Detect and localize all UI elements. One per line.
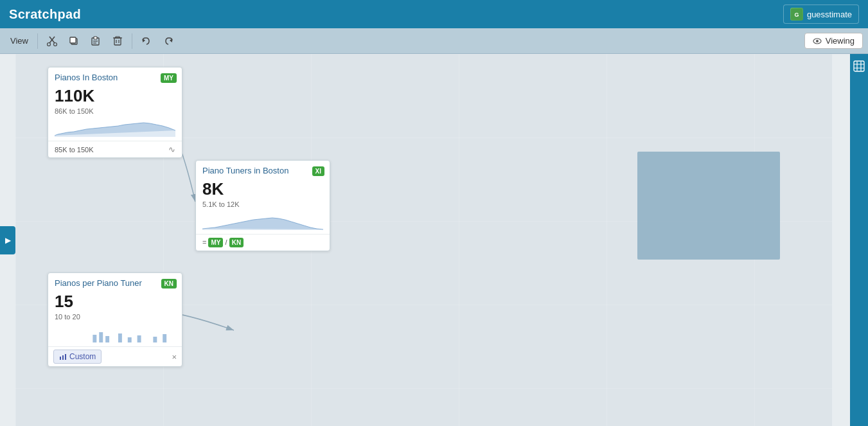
card-footer-custom[interactable]: Custom × bbox=[48, 346, 182, 366]
svg-rect-23 bbox=[99, 332, 103, 342]
formula-badge-my: MY bbox=[208, 238, 223, 247]
svg-point-4 bbox=[47, 42, 50, 46]
card-title: Piano Tuners in Boston bbox=[202, 166, 308, 177]
delete-icon bbox=[113, 36, 122, 46]
svg-marker-18 bbox=[170, 39, 172, 42]
card-pianos-per-tuner[interactable]: Pianos per Piano Tuner KN 15 10 to 20 bbox=[48, 272, 182, 367]
mini-chart bbox=[202, 211, 323, 230]
header: Scratchpad G guesstimate bbox=[0, 0, 868, 28]
svg-rect-28 bbox=[153, 337, 157, 342]
card-title: Pianos In Boston bbox=[55, 73, 157, 84]
card-value: 110K bbox=[48, 86, 182, 107]
bar-chart-icon bbox=[59, 353, 67, 360]
viewing-button[interactable]: Viewing bbox=[804, 33, 863, 49]
card-footer: 85K to 150K ∿ bbox=[48, 141, 182, 157]
copy-button[interactable] bbox=[64, 32, 84, 50]
user-avatar: G bbox=[790, 8, 803, 21]
card-piano-tuners[interactable]: Piano Tuners in Boston XI 8K 5.1K to 12K… bbox=[195, 160, 330, 251]
svg-marker-17 bbox=[143, 39, 145, 42]
undo-icon bbox=[141, 37, 152, 46]
toolbar-left: View bbox=[5, 32, 179, 50]
user-name: guesstimate bbox=[807, 10, 852, 19]
card-value: 15 bbox=[48, 292, 182, 313]
svg-rect-30 bbox=[60, 357, 61, 360]
toolbar: View bbox=[0, 28, 868, 54]
cut-icon bbox=[47, 36, 57, 46]
cut-button[interactable] bbox=[42, 32, 62, 50]
svg-rect-29 bbox=[163, 334, 166, 342]
svg-rect-31 bbox=[62, 355, 64, 360]
canvas[interactable]: Pianos In Boston MY 110K 86K to 150K 85K… bbox=[15, 54, 832, 426]
mini-chart bbox=[55, 323, 175, 342]
svg-point-5 bbox=[53, 42, 57, 46]
right-panel-toggle[interactable] bbox=[850, 54, 868, 426]
svg-rect-26 bbox=[128, 337, 132, 342]
card-header: Pianos per Piano Tuner KN bbox=[48, 273, 182, 292]
canvas-wrapper: ▶ Pianos In Boston MY 110K 86K to 150K bbox=[0, 54, 868, 426]
eye-icon bbox=[813, 38, 822, 44]
delete-button[interactable] bbox=[107, 32, 128, 50]
undo-button[interactable] bbox=[136, 32, 157, 50]
card-footer-range: 85K to 150K bbox=[55, 146, 94, 154]
card-badge: MY bbox=[161, 73, 177, 83]
card-pianos-boston[interactable]: Pianos In Boston MY 110K 86K to 150K 85K… bbox=[48, 67, 182, 158]
card-range: 86K to 150K bbox=[48, 107, 182, 118]
custom-tag-close[interactable]: × bbox=[172, 352, 177, 362]
redo-button[interactable] bbox=[158, 32, 179, 50]
svg-rect-12 bbox=[114, 38, 121, 45]
custom-label: Custom bbox=[69, 352, 96, 361]
paste-button[interactable] bbox=[85, 32, 106, 50]
copy-icon bbox=[69, 36, 78, 46]
sidebar-toggle[interactable]: ▶ bbox=[0, 226, 15, 254]
app-title: Scratchpad bbox=[9, 7, 81, 22]
card-header: Pianos In Boston MY bbox=[48, 67, 182, 86]
viewing-label: Viewing bbox=[826, 36, 855, 46]
svg-rect-25 bbox=[118, 333, 122, 342]
view-label-btn[interactable]: View bbox=[5, 36, 33, 46]
svg-point-20 bbox=[816, 40, 819, 42]
formula-text: = MY / KN bbox=[202, 238, 244, 247]
blue-rectangle bbox=[637, 152, 780, 260]
paste-icon bbox=[91, 36, 100, 46]
toolbar-divider-2 bbox=[132, 33, 132, 49]
card-title: Pianos per Piano Tuner bbox=[55, 278, 157, 289]
svg-rect-22 bbox=[93, 335, 96, 342]
card-badge: KN bbox=[161, 279, 177, 288]
card-footer: = MY / KN bbox=[196, 234, 330, 251]
card-value: 8K bbox=[196, 179, 330, 200]
distribution-icon: ∿ bbox=[168, 145, 175, 154]
svg-rect-9 bbox=[94, 37, 97, 39]
svg-rect-7 bbox=[70, 37, 76, 43]
card-header: Piano Tuners in Boston XI bbox=[196, 161, 330, 179]
svg-text:G: G bbox=[794, 12, 799, 18]
svg-rect-27 bbox=[137, 335, 141, 342]
redo-icon bbox=[163, 37, 173, 46]
user-badge[interactable]: G guesstimate bbox=[783, 4, 859, 24]
svg-rect-16 bbox=[116, 37, 120, 38]
toolbar-divider-1 bbox=[37, 33, 38, 49]
mini-chart bbox=[55, 118, 175, 137]
svg-rect-32 bbox=[65, 354, 66, 360]
svg-rect-24 bbox=[105, 336, 109, 342]
formula-badge-kn: KN bbox=[229, 238, 244, 247]
map-icon bbox=[853, 60, 865, 72]
card-range: 10 to 20 bbox=[48, 313, 182, 323]
sidebar-toggle-icon: ▶ bbox=[5, 236, 11, 245]
card-range: 5.1K to 12K bbox=[196, 200, 330, 211]
custom-tag[interactable]: Custom bbox=[53, 350, 102, 364]
card-badge: XI bbox=[312, 166, 324, 176]
svg-rect-33 bbox=[854, 61, 864, 71]
